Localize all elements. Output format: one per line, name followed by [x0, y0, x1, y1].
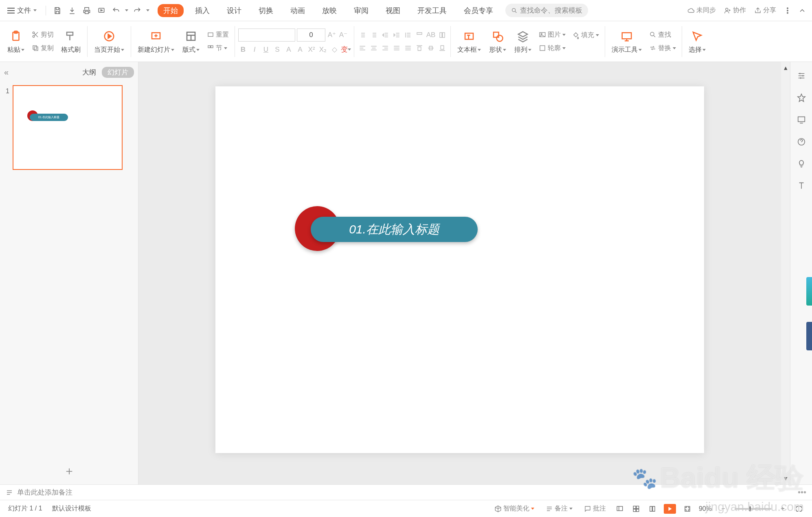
align-right-icon[interactable] — [380, 43, 390, 53]
edge-tab-blue[interactable] — [806, 322, 812, 350]
textbox-button[interactable]: 文本框 — [457, 46, 481, 54]
redo-dropdown[interactable] — [146, 9, 149, 11]
highlight-icon[interactable]: A — [295, 45, 305, 55]
paste-icon[interactable] — [9, 29, 23, 44]
number-list-icon[interactable] — [369, 30, 379, 40]
reading-view-icon[interactable] — [647, 504, 657, 514]
text-icon[interactable] — [796, 180, 807, 191]
picture-button[interactable]: 图片 — [536, 29, 568, 40]
distribute-icon[interactable] — [403, 43, 413, 53]
tab-view[interactable]: 视图 — [380, 4, 406, 17]
section-button[interactable]: 节 — [204, 43, 231, 54]
vertical-top-icon[interactable] — [415, 43, 424, 53]
zoom-out-icon[interactable]: － — [718, 504, 728, 514]
vertical-bot-icon[interactable] — [437, 43, 447, 53]
fit-icon[interactable] — [683, 504, 692, 514]
arrange-button[interactable]: 排列 — [514, 46, 531, 54]
vertical-mid-icon[interactable] — [426, 43, 436, 53]
layout-button[interactable]: 版式 — [182, 46, 200, 54]
text-effects-icon[interactable]: 变 — [341, 45, 351, 55]
font-family-input[interactable] — [238, 29, 295, 42]
text-direction-icon[interactable] — [415, 30, 424, 40]
smart-beautify-button[interactable]: 智能美化 — [492, 503, 537, 514]
star-icon[interactable] — [796, 92, 807, 103]
comments-button[interactable]: 批注 — [582, 503, 608, 514]
zoom-value[interactable]: 90% — [699, 505, 712, 513]
search-box[interactable]: 查找命令、搜索模板 — [505, 4, 588, 17]
underline-icon[interactable]: U — [261, 45, 271, 55]
new-slide-button[interactable]: 新建幻灯片 — [138, 46, 174, 54]
italic-icon[interactable]: I — [250, 45, 259, 55]
format-painter-button[interactable]: 格式刷 — [61, 46, 81, 54]
share-button[interactable]: 分享 — [752, 5, 779, 16]
tab-transition[interactable]: 切换 — [253, 4, 279, 17]
subscript-icon[interactable]: X₂ — [318, 45, 328, 55]
sync-button[interactable]: 未同步 — [685, 5, 718, 16]
tab-insert[interactable]: 插入 — [189, 4, 215, 17]
increase-indent-icon[interactable] — [392, 30, 402, 40]
tab-animation[interactable]: 动画 — [285, 4, 311, 17]
notes-more-icon[interactable]: ••• — [798, 488, 806, 497]
maximize-icon[interactable] — [794, 504, 804, 514]
tab-start[interactable]: 开始 — [158, 4, 184, 17]
more-icon[interactable] — [782, 5, 793, 16]
fill-button[interactable]: 填充 — [570, 30, 601, 41]
outline-button[interactable]: 轮廓 — [536, 43, 568, 54]
increase-font-icon[interactable]: A⁺ — [327, 30, 337, 40]
tools-icon[interactable] — [619, 29, 634, 44]
select-icon[interactable] — [690, 29, 704, 44]
align-justify-icon[interactable] — [392, 43, 402, 53]
shape-button[interactable]: 形状 — [489, 46, 506, 54]
scroll-up-icon[interactable]: ▴ — [784, 64, 788, 72]
decrease-indent-icon[interactable] — [380, 30, 390, 40]
tab-slideshow[interactable]: 放映 — [316, 4, 342, 17]
replace-button[interactable]: 替换 — [647, 43, 678, 54]
tab-member[interactable]: 会员专享 — [458, 4, 499, 17]
format-painter-icon[interactable] — [64, 29, 78, 44]
zoom-slider[interactable] — [735, 508, 771, 510]
font-size-input[interactable]: 0 — [297, 29, 325, 42]
align-text-icon[interactable]: AB — [426, 30, 436, 40]
help-icon[interactable] — [796, 136, 807, 147]
new-slide-icon[interactable] — [149, 29, 163, 44]
redo-icon[interactable] — [132, 5, 143, 16]
copy-button[interactable]: 复制 — [29, 43, 56, 54]
tools-button[interactable]: 演示工具 — [612, 46, 642, 54]
font-color-icon[interactable]: A — [284, 45, 294, 55]
file-menu-button[interactable]: 文件 — [4, 4, 40, 17]
textbox-icon[interactable] — [462, 29, 476, 44]
edge-tab-green[interactable] — [806, 277, 812, 306]
reset-button[interactable]: 重置 — [204, 29, 231, 40]
clear-format-icon[interactable]: ◇ — [329, 45, 339, 55]
zoom-in-icon[interactable]: ＋ — [778, 504, 788, 514]
notes-button[interactable]: 备注 — [543, 503, 575, 514]
bold-icon[interactable]: B — [238, 45, 248, 55]
settings-icon[interactable] — [796, 70, 807, 81]
select-button[interactable]: 选择 — [689, 46, 706, 54]
tab-design[interactable]: 设计 — [221, 4, 247, 17]
notes-pane[interactable]: 单击此处添加备注 ••• — [0, 484, 812, 500]
columns-icon[interactable] — [437, 30, 447, 40]
panel-tab-slides[interactable]: 幻灯片 — [102, 67, 134, 78]
align-left-icon[interactable] — [358, 43, 367, 53]
canvas-area[interactable]: 01.在此输入标题 — [138, 62, 781, 484]
normal-view-icon[interactable] — [615, 504, 625, 514]
strike-icon[interactable]: S — [272, 45, 282, 55]
preview-icon[interactable] — [96, 5, 107, 16]
bullet-list-icon[interactable] — [358, 30, 367, 40]
cut-button[interactable]: 剪切 — [29, 29, 56, 40]
print-icon[interactable] — [81, 5, 92, 16]
panel-collapse-icon[interactable]: « — [4, 68, 9, 77]
save-icon[interactable] — [52, 5, 63, 16]
collab-button[interactable]: 协作 — [722, 5, 748, 16]
superscript-icon[interactable]: X² — [307, 45, 316, 55]
slide-thumbnail[interactable]: 01.在此输入标题 — [13, 85, 123, 170]
title-pill-shape[interactable]: 01.在此输入标题 — [311, 217, 478, 242]
play-from-current-icon[interactable] — [102, 29, 116, 44]
slide-canvas[interactable]: 01.在此输入标题 — [215, 86, 704, 453]
find-button[interactable]: 查找 — [647, 29, 678, 40]
panel-tab-outline[interactable]: 大纲 — [82, 68, 96, 77]
monitor-icon[interactable] — [796, 114, 807, 125]
align-center-icon[interactable] — [369, 43, 379, 53]
layout-icon[interactable] — [184, 29, 198, 44]
